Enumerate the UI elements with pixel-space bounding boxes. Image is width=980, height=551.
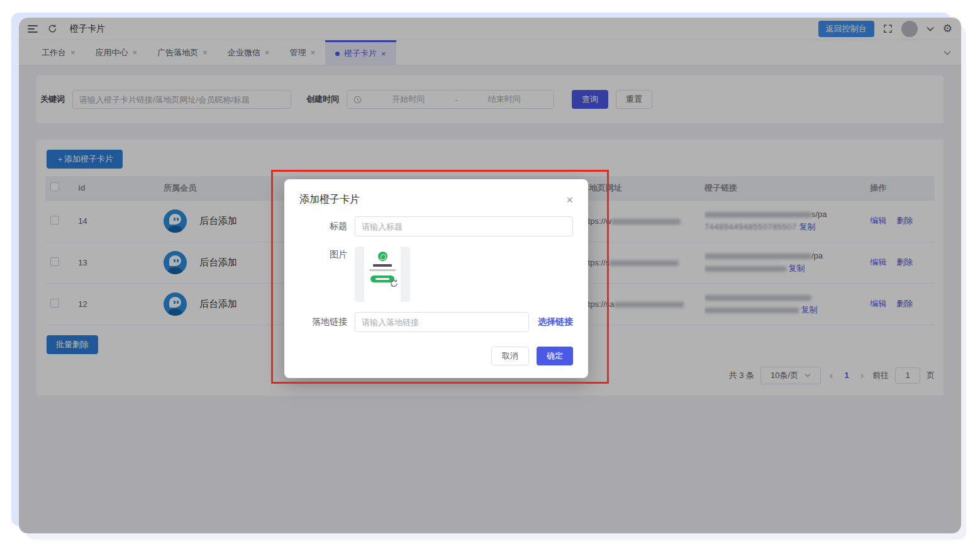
cancel-button[interactable]: 取消	[491, 347, 529, 365]
image-preview[interactable]	[355, 247, 410, 302]
landing-link-label: 落地链接	[299, 316, 347, 328]
modal-close-icon[interactable]: ×	[566, 194, 573, 206]
title-field-label: 标题	[299, 221, 347, 232]
confirm-button[interactable]: 确定	[537, 347, 573, 365]
title-input[interactable]	[355, 216, 573, 237]
landing-link-input[interactable]	[355, 312, 529, 332]
change-image-icon[interactable]	[389, 279, 399, 288]
add-orange-card-modal: 添加橙子卡片 × 标题 图片	[284, 179, 588, 378]
mini-program-logo-icon	[378, 252, 387, 261]
image-field-label: 图片	[299, 249, 347, 260]
modal-title: 添加橙子卡片	[299, 193, 360, 206]
mini-program-card-thumbnail	[364, 247, 401, 302]
choose-link[interactable]: 选择链接	[538, 316, 573, 328]
app-window: 橙子卡片 返回控制台 ⚙ 工作台 × 应用中心 × 广告落地页	[19, 18, 961, 533]
